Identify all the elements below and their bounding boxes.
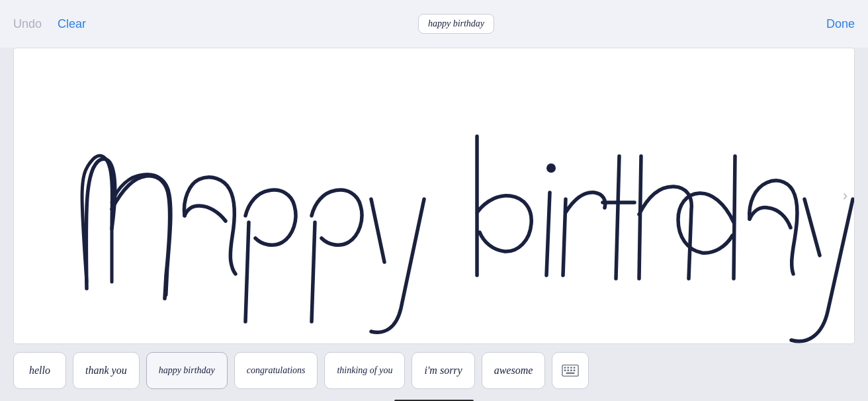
drawing-canvas[interactable]: › (13, 48, 855, 344)
toolbar-left: Undo Clear (13, 17, 86, 31)
done-button[interactable]: Done (826, 17, 855, 31)
clear-button[interactable]: Clear (58, 17, 86, 31)
svg-rect-2 (564, 367, 566, 368)
suggestion-thinking-of-you[interactable]: thinking of you (324, 352, 405, 389)
canvas-chevron: › (843, 187, 847, 204)
keyboard-button[interactable] (552, 352, 589, 389)
svg-rect-9 (574, 370, 576, 371)
svg-rect-4 (570, 367, 572, 368)
toolbar: Undo Clear happy birthday Done (0, 0, 868, 48)
suggestion-thank-you[interactable]: thank you (73, 352, 140, 389)
svg-rect-6 (564, 370, 566, 371)
suggestion-congratulations[interactable]: congratulations (234, 352, 318, 389)
preview-box: happy birthday (418, 14, 494, 34)
keyboard-icon (562, 364, 579, 377)
svg-rect-7 (568, 370, 570, 371)
svg-rect-5 (574, 367, 576, 368)
suggestions-strip: hello thank you happy birthday congratul… (0, 344, 868, 397)
svg-rect-8 (570, 370, 572, 371)
handwriting-svg (14, 48, 854, 343)
svg-point-0 (546, 163, 556, 173)
suggestion-im-sorry[interactable]: i'm sorry (412, 352, 474, 389)
scroll-indicator (0, 397, 868, 401)
undo-button[interactable]: Undo (13, 17, 42, 31)
suggestion-awesome[interactable]: awesome (482, 352, 546, 389)
svg-rect-3 (568, 367, 570, 368)
suggestion-happy-birthday[interactable]: happy birthday (146, 352, 228, 389)
svg-rect-10 (566, 373, 575, 374)
suggestion-hello[interactable]: hello (13, 352, 66, 389)
